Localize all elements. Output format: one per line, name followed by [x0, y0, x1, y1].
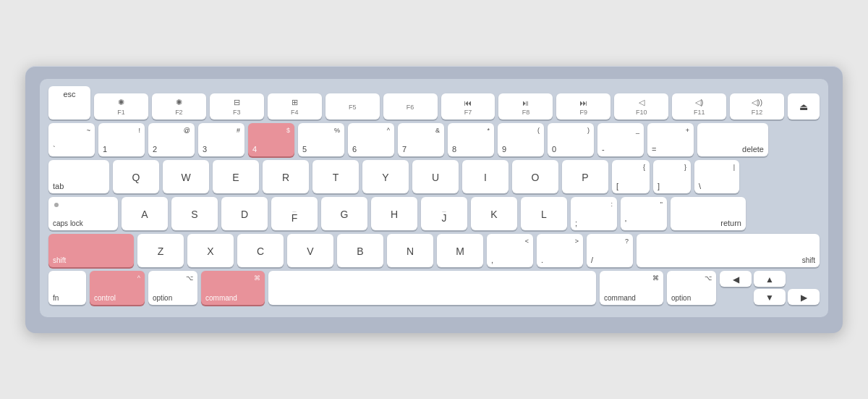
key-l[interactable]: L — [521, 197, 567, 230]
key-shift-left[interactable]: shift — [48, 234, 134, 267]
key-command-left[interactable]: ⌘ command — [201, 271, 265, 305]
key-option-right[interactable]: ⌥ option — [667, 271, 716, 305]
key-caps-lock[interactable]: caps lock — [48, 197, 118, 230]
key-f7[interactable]: ⏮ F7 — [441, 93, 495, 119]
key-c[interactable]: C — [237, 234, 284, 267]
fn-key-row: esc ✺ F1 ✺ F2 ⊟ F3 ⊞ F4 — [48, 86, 820, 119]
key-s[interactable]: S — [171, 197, 218, 230]
key-j[interactable]: _ J — [421, 197, 467, 230]
key-p[interactable]: P — [562, 160, 608, 193]
key-arrow-right[interactable]: ▶ — [788, 289, 820, 305]
key-f10[interactable]: ◁ F10 — [614, 93, 668, 119]
keyboard: esc ✺ F1 ✺ F2 ⊟ F3 ⊞ F4 — [25, 66, 843, 333]
qwerty-key-row: tab Q W E R T Y U I O P { [ } ] | \ — [48, 160, 820, 193]
key-h[interactable]: H — [371, 197, 417, 230]
key-shift-right[interactable]: shift — [637, 234, 820, 267]
key-6[interactable]: ^ 6 — [348, 123, 394, 156]
key-space[interactable] — [268, 271, 596, 305]
key-comma[interactable]: < , — [487, 234, 533, 267]
key-command-right[interactable]: ⌘ command — [600, 271, 663, 305]
key-arrow-down[interactable]: ▼ — [754, 289, 786, 305]
key-z[interactable]: Z — [137, 234, 184, 267]
key-f8[interactable]: ⏯ F8 — [498, 93, 553, 119]
key-o[interactable]: O — [512, 160, 558, 193]
key-u[interactable]: U — [412, 160, 459, 193]
key-3[interactable]: # 3 — [198, 123, 244, 156]
key-f1[interactable]: ✺ F1 — [94, 93, 148, 119]
key-f5[interactable]: F5 — [326, 93, 380, 119]
key-delete[interactable]: delete — [697, 123, 768, 156]
key-q[interactable]: Q — [113, 160, 159, 193]
key-equals[interactable]: + = — [647, 123, 694, 156]
key-quote[interactable]: " ' — [621, 197, 667, 230]
key-backtick[interactable]: ~ ` — [48, 123, 95, 156]
key-1[interactable]: ! 1 — [98, 123, 145, 156]
key-f2[interactable]: ✺ F2 — [152, 93, 206, 119]
key-e[interactable]: E — [213, 160, 259, 193]
key-f3[interactable]: ⊟ F3 — [210, 93, 264, 119]
key-period[interactable]: > . — [537, 234, 583, 267]
key-g[interactable]: G — [321, 197, 367, 230]
caps-lock-indicator — [54, 203, 59, 207]
key-backslash[interactable]: | \ — [694, 160, 739, 193]
key-n[interactable]: N — [387, 234, 433, 267]
key-x[interactable]: X — [187, 234, 234, 267]
asdf-key-row: caps lock A S D _ F G H _ J K L : ; " — [48, 197, 820, 230]
key-0[interactable]: ) 0 — [548, 123, 594, 156]
key-t[interactable]: T — [312, 160, 359, 193]
key-control[interactable]: ^ control — [90, 271, 145, 305]
key-minus[interactable]: _ - — [597, 123, 644, 156]
key-f11[interactable]: ◁) F11 — [672, 93, 726, 119]
key-v[interactable]: V — [287, 234, 333, 267]
key-esc[interactable]: esc — [48, 86, 90, 119]
key-d[interactable]: D — [221, 197, 268, 230]
key-a[interactable]: A — [122, 197, 168, 230]
key-fn[interactable]: fn — [48, 271, 86, 305]
key-f12[interactable]: ◁)) F12 — [730, 93, 784, 119]
key-arrow-up[interactable]: ▲ — [754, 271, 786, 287]
key-b[interactable]: B — [337, 234, 383, 267]
key-return[interactable]: return — [671, 197, 746, 230]
key-lbracket[interactable]: { [ — [612, 160, 650, 193]
key-semicolon[interactable]: : ; — [571, 197, 617, 230]
key-f[interactable]: _ F — [271, 197, 318, 230]
key-7[interactable]: & 7 — [398, 123, 444, 156]
arrow-keys: ◀ ▲ ▼ ▶ — [720, 271, 820, 305]
key-w[interactable]: W — [163, 160, 209, 193]
key-8[interactable]: * 8 — [448, 123, 494, 156]
keyboard-inner: esc ✺ F1 ✺ F2 ⊟ F3 ⊞ F4 — [40, 79, 828, 317]
key-option-left[interactable]: ⌥ option — [148, 271, 197, 305]
number-key-row: ~ ` ! 1 @ 2 # 3 $ 4 % 5 — [48, 123, 820, 156]
zxcv-key-row: shift Z X C V B N M < , > . ? / shift — [48, 234, 820, 267]
key-f4[interactable]: ⊞ F4 — [268, 93, 322, 119]
key-slash[interactable]: ? / — [587, 234, 633, 267]
key-4[interactable]: $ 4 — [248, 123, 294, 156]
key-m[interactable]: M — [437, 234, 483, 267]
modifier-key-row: fn ^ control ⌥ option ⌘ command ⌘ comman… — [48, 271, 820, 305]
key-f6[interactable]: F6 — [383, 93, 438, 119]
key-i[interactable]: I — [462, 160, 509, 193]
key-eject[interactable]: ⏏ — [788, 93, 820, 119]
key-arrow-left[interactable]: ◀ — [720, 271, 752, 287]
key-rbracket[interactable]: } ] — [653, 160, 691, 193]
key-r[interactable]: R — [263, 160, 309, 193]
key-y[interactable]: Y — [362, 160, 409, 193]
key-k[interactable]: K — [471, 197, 517, 230]
key-tab[interactable]: tab — [48, 160, 109, 193]
key-f9[interactable]: ⏭ F9 — [556, 93, 610, 119]
key-5[interactable]: % 5 — [298, 123, 344, 156]
key-9[interactable]: ( 9 — [498, 123, 544, 156]
key-2[interactable]: @ 2 — [148, 123, 195, 156]
